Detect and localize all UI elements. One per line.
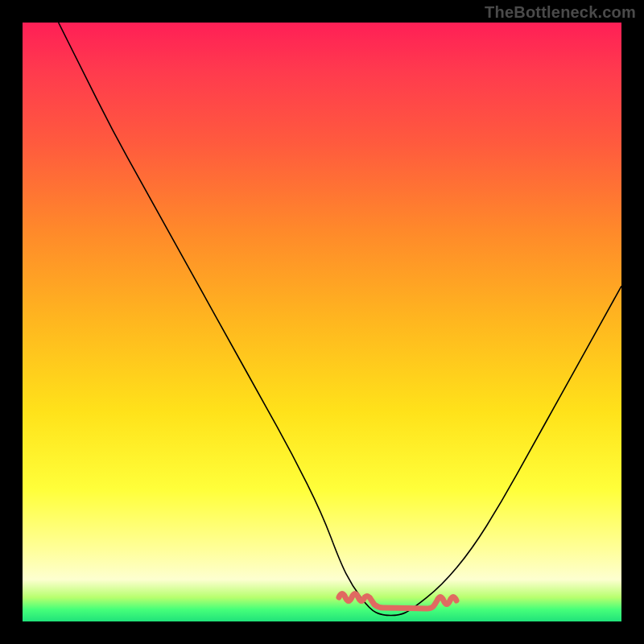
bottleneck-curve [59,23,621,616]
optimal-region-scribble [339,594,456,609]
chart-svg [23,23,621,621]
plot-area [23,23,621,621]
chart-stage: TheBottleneck.com [0,0,644,644]
watermark-text: TheBottleneck.com [485,3,636,22]
